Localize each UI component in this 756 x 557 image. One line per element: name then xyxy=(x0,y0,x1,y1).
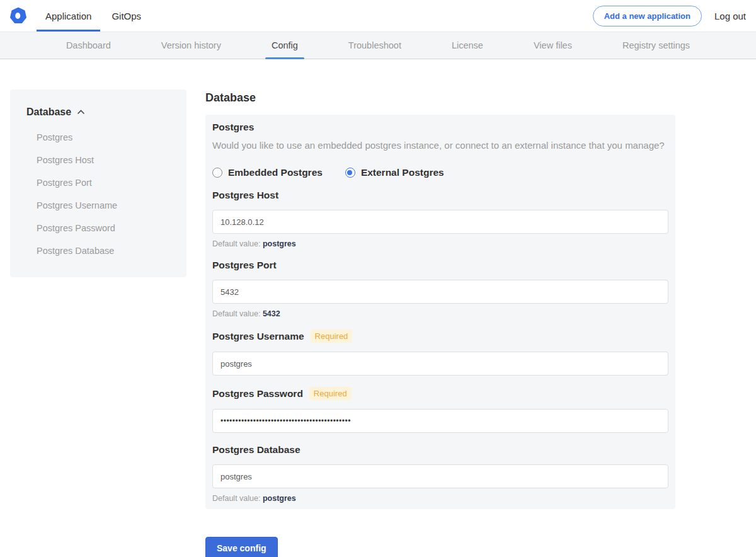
sidebar-item-postgres[interactable]: Postgres xyxy=(26,126,176,149)
database-config-panel: Postgres Would you like to use an embedd… xyxy=(205,115,675,509)
field-label: Postgres Host xyxy=(212,190,278,201)
app-logo-icon xyxy=(10,8,26,24)
field-label: Postgres Username xyxy=(212,331,304,342)
sidebar-item-postgres-username[interactable]: Postgres Username xyxy=(26,194,176,217)
required-badge: Required xyxy=(309,387,352,400)
radio-external-postgres[interactable]: External Postgres xyxy=(345,167,444,178)
default-value-note: Default value: postgres xyxy=(212,239,668,248)
default-value-label: Default value: xyxy=(212,494,260,503)
field-postgres-username: Postgres Username Required xyxy=(212,330,668,376)
sidebar-group-label: Database xyxy=(26,106,71,118)
subnav-tab-label: Troubleshoot xyxy=(348,40,401,50)
tab-gitops[interactable]: GitOps xyxy=(103,0,150,32)
subnav-tab-registry-settings[interactable]: Registry settings xyxy=(616,32,696,59)
postgres-database-input[interactable] xyxy=(212,464,668,488)
postgres-password-input[interactable] xyxy=(212,409,668,433)
subnav-tab-view-files[interactable]: View files xyxy=(527,32,578,59)
subnav-tab-label: Config xyxy=(272,40,298,50)
subnav-tab-version-history[interactable]: Version history xyxy=(155,32,227,59)
default-value-label: Default value: xyxy=(212,309,260,318)
subnav-tab-troubleshoot[interactable]: Troubleshoot xyxy=(342,32,408,59)
subnav-tab-dashboard[interactable]: Dashboard xyxy=(60,32,117,59)
subnav-tab-config[interactable]: Config xyxy=(265,32,304,59)
radio-embedded-postgres[interactable]: Embedded Postgres xyxy=(212,167,323,178)
sidebar-item-postgres-port[interactable]: Postgres Port xyxy=(26,171,176,194)
subnav-tab-label: Registry settings xyxy=(622,40,690,50)
page-title: Database xyxy=(205,91,675,105)
config-page: Database Postgres Postgres Host Postgres… xyxy=(0,59,756,557)
logout-button[interactable]: Log out xyxy=(714,11,746,21)
subnav-tab-label: Version history xyxy=(161,40,221,50)
field-label: Postgres Port xyxy=(212,260,277,271)
default-value-note: Default value: postgres xyxy=(212,494,668,503)
app-subnav: Dashboard Version history Config Trouble… xyxy=(0,32,756,59)
subnav-tab-label: View files xyxy=(534,40,572,50)
add-new-application-button[interactable]: Add a new application xyxy=(593,6,702,26)
postgres-host-input[interactable] xyxy=(212,210,668,234)
group-help-text: Would you like to use an embedded postgr… xyxy=(212,139,668,152)
sidebar-item-postgres-database[interactable]: Postgres Database xyxy=(26,239,176,262)
sidebar-item-postgres-host[interactable]: Postgres Host xyxy=(26,149,176,171)
config-sidebar: Database Postgres Postgres Host Postgres… xyxy=(10,89,186,277)
radio-unchecked-icon[interactable] xyxy=(212,168,222,178)
field-postgres-host: Postgres Host Default value: postgres xyxy=(212,190,668,248)
save-config-button[interactable]: Save config xyxy=(205,537,278,557)
topnav-spacer xyxy=(152,0,593,32)
default-value-note: Default value: 5432 xyxy=(212,309,668,318)
field-postgres-port: Postgres Port Default value: 5432 xyxy=(212,260,668,318)
field-label: Postgres Password xyxy=(212,388,303,399)
tab-application[interactable]: Application xyxy=(37,0,100,32)
subnav-tab-license[interactable]: License xyxy=(445,32,490,59)
field-postgres-database: Postgres Database Default value: postgre… xyxy=(212,444,668,503)
group-label-postgres: Postgres xyxy=(212,122,668,133)
sidebar-group-database[interactable]: Database xyxy=(26,106,176,118)
field-label: Postgres Database xyxy=(212,444,301,456)
radio-external-postgres-label: External Postgres xyxy=(361,167,444,178)
tab-gitops-label: GitOps xyxy=(112,11,141,21)
config-main: Database Postgres Would you like to use … xyxy=(205,89,675,557)
required-badge: Required xyxy=(311,330,353,343)
app-logo[interactable] xyxy=(0,0,37,32)
sidebar-item-postgres-password[interactable]: Postgres Password xyxy=(26,217,176,239)
radio-checked-icon[interactable] xyxy=(345,168,355,178)
top-navbar: Application GitOps Add a new application… xyxy=(0,0,756,32)
radio-embedded-postgres-label: Embedded Postgres xyxy=(228,167,323,178)
subnav-tab-label: Dashboard xyxy=(66,40,111,50)
postgres-radio-group: Embedded Postgres External Postgres xyxy=(212,167,668,178)
field-postgres-password: Postgres Password Required xyxy=(212,387,668,433)
sidebar-item-list: Postgres Postgres Host Postgres Port Pos… xyxy=(26,126,176,262)
postgres-port-input[interactable] xyxy=(212,280,668,304)
default-value-text: 5432 xyxy=(263,309,280,318)
postgres-username-input[interactable] xyxy=(212,352,668,376)
default-value-text: postgres xyxy=(263,494,296,503)
chevron-up-icon xyxy=(77,110,85,115)
tab-application-label: Application xyxy=(45,11,91,21)
default-value-text: postgres xyxy=(263,239,296,248)
default-value-label: Default value: xyxy=(212,239,260,248)
subnav-tab-label: License xyxy=(452,40,483,50)
